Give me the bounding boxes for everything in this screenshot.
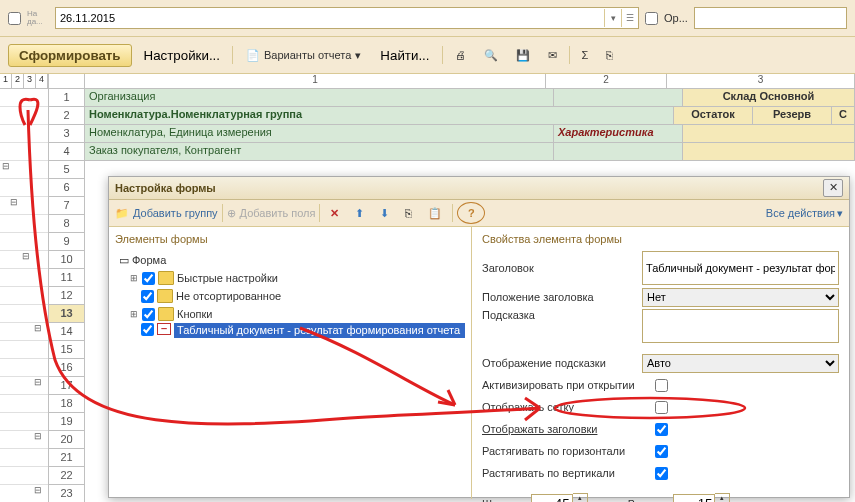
org-checkbox[interactable] [645, 12, 658, 25]
settings-button[interactable]: Настройки... [138, 45, 226, 66]
form-button[interactable]: Сформировать [8, 44, 132, 67]
hint-input[interactable] [642, 309, 839, 343]
report-variants-button[interactable]: 📄 Варианты отчета ▾ [239, 46, 368, 65]
org-input[interactable] [695, 10, 846, 26]
outline-level-3[interactable]: 3 [24, 74, 36, 88]
col-header-1[interactable]: 1 [85, 74, 546, 88]
cell[interactable] [683, 143, 855, 160]
row-num[interactable]: 22 [49, 467, 85, 485]
row-num[interactable]: 10 [49, 251, 85, 269]
cell[interactable] [554, 143, 683, 160]
show-grid-checkbox[interactable] [655, 401, 668, 414]
cell[interactable]: Склад Основной [683, 89, 855, 106]
na-date-checkbox[interactable] [8, 12, 21, 25]
tree-item-quick[interactable]: ⊞ Быстрые настройки [115, 269, 465, 287]
row-num[interactable]: 5 [49, 161, 85, 179]
spin-up-icon[interactable]: ▴ [573, 494, 587, 502]
tree-item-buttons[interactable]: ⊞ Кнопки [115, 305, 465, 323]
outline-collapse[interactable]: ⊟ [0, 377, 42, 387]
tree-item-tabdoc[interactable]: – Табличный документ - результат формиро… [115, 323, 465, 341]
tree-checkbox[interactable] [141, 290, 154, 303]
show-headers-checkbox[interactable] [655, 423, 668, 436]
outline-level-4[interactable]: 4 [36, 74, 48, 88]
date-picker-icon[interactable]: ☰ [621, 9, 638, 27]
preview-icon[interactable]: 🔍 [478, 46, 504, 65]
row-num[interactable]: 9 [49, 233, 85, 251]
save-icon[interactable]: 💾 [510, 46, 536, 65]
row-num[interactable]: 4 [49, 143, 85, 161]
help-icon[interactable]: ? [457, 202, 485, 224]
tree-checkbox[interactable] [142, 308, 155, 321]
activate-checkbox[interactable] [655, 379, 668, 392]
cell[interactable]: Номенклатура, Единица измерения [85, 125, 554, 142]
cell[interactable]: Заказ покупателя, Контрагент [85, 143, 554, 160]
row-num[interactable]: 20 [49, 431, 85, 449]
height-spinner[interactable]: ▴▾ [673, 493, 730, 502]
cell[interactable]: Резерв [753, 107, 832, 124]
date-input[interactable] [56, 10, 604, 26]
outline-collapse[interactable]: ⊟ [0, 197, 18, 207]
row-num[interactable]: 18 [49, 395, 85, 413]
copy-icon[interactable]: ⎘ [600, 46, 619, 64]
cell[interactable] [683, 125, 855, 142]
all-actions-button[interactable]: Все действия ▾ [766, 207, 843, 220]
outline-collapse[interactable]: ⊟ [0, 161, 48, 179]
outline-level-2[interactable]: 2 [12, 74, 24, 88]
delete-icon[interactable]: ✕ [324, 204, 345, 223]
row-num[interactable]: 19 [49, 413, 85, 431]
mail-icon[interactable]: ✉ [542, 46, 563, 65]
paste-icon[interactable]: 📋 [422, 204, 448, 223]
col-header-2[interactable]: 2 [546, 74, 667, 88]
date-dropdown-icon[interactable]: ▾ [604, 9, 621, 27]
cell[interactable]: Организация [85, 89, 554, 106]
row-num[interactable]: 7 [49, 197, 85, 215]
row-num[interactable]: 21 [49, 449, 85, 467]
outline-level-1[interactable]: 1 [0, 74, 12, 88]
outline-collapse[interactable]: ⊟ [0, 431, 42, 441]
cell[interactable]: Номенклатура.Номенклатурная группа [85, 107, 674, 124]
row-num[interactable]: 23 [49, 485, 85, 502]
height-input[interactable] [673, 494, 715, 502]
row-num[interactable]: 11 [49, 269, 85, 287]
row-num[interactable]: 17 [49, 377, 85, 395]
header-input[interactable] [642, 251, 839, 285]
cell[interactable]: Характеристика [554, 125, 683, 142]
spin-up-icon[interactable]: ▴ [715, 494, 729, 502]
close-button[interactable]: ✕ [823, 179, 843, 197]
tree-item-unsorted[interactable]: Не отсортированное [115, 287, 465, 305]
move-up-icon[interactable]: ⬆ [349, 204, 370, 223]
hint-display-select[interactable]: Авто [642, 354, 839, 373]
sum-icon[interactable]: Σ [576, 46, 595, 64]
move-down-icon[interactable]: ⬇ [374, 204, 395, 223]
row-num[interactable]: 15 [49, 341, 85, 359]
col-header-3[interactable]: 3 [667, 74, 855, 88]
row-num[interactable]: 2 [49, 107, 85, 125]
row-num[interactable]: 1 [49, 89, 85, 107]
tree-root[interactable]: ▭ Форма [115, 251, 465, 269]
row-num[interactable]: 13 [49, 305, 85, 323]
width-input[interactable] [531, 494, 573, 502]
row-num[interactable]: 3 [49, 125, 85, 143]
cell[interactable] [554, 89, 683, 106]
row-num[interactable]: 16 [49, 359, 85, 377]
add-group-button[interactable]: Добавить группу [133, 207, 218, 219]
tree-checkbox[interactable] [141, 323, 154, 336]
stretch-v-checkbox[interactable] [655, 467, 668, 480]
cell[interactable]: Остаток [674, 107, 753, 124]
row-num[interactable]: 8 [49, 215, 85, 233]
position-select[interactable]: Нет [642, 288, 839, 307]
row-num[interactable]: 6 [49, 179, 85, 197]
expand-icon[interactable]: ⊞ [129, 273, 139, 283]
outline-collapse[interactable]: ⊟ [0, 485, 42, 495]
cell[interactable]: С [832, 107, 855, 124]
print-icon[interactable]: 🖨 [449, 46, 472, 64]
date-field[interactable]: ▾ ☰ [55, 7, 639, 29]
row-num[interactable]: 12 [49, 287, 85, 305]
width-spinner[interactable]: ▴▾ [531, 493, 588, 502]
outline-collapse[interactable]: ⊟ [0, 323, 42, 333]
outline-collapse[interactable]: ⊟ [0, 251, 30, 261]
expand-icon[interactable]: ⊞ [129, 309, 139, 319]
copy-icon[interactable]: ⎘ [399, 204, 418, 222]
tree-checkbox[interactable] [142, 272, 155, 285]
row-num[interactable]: 14 [49, 323, 85, 341]
